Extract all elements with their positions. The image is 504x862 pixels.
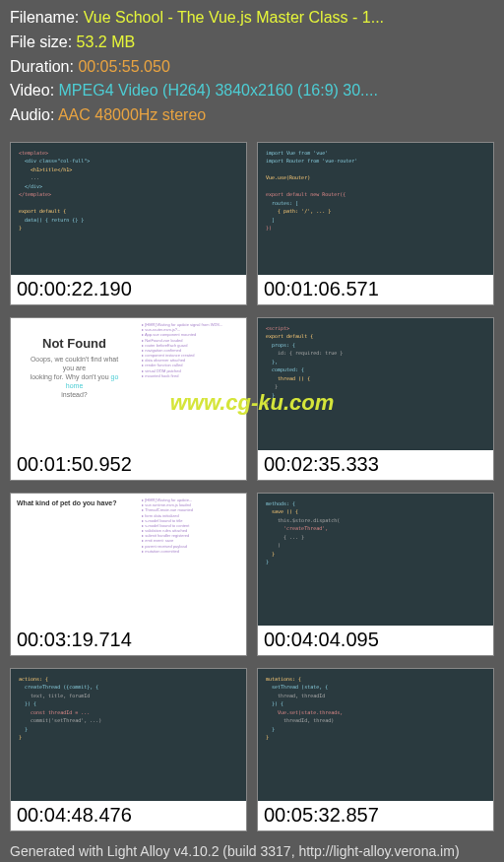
filename-label: Filename: bbox=[10, 9, 84, 26]
notfound-panel: Not Found Ooops, we couldn't find what y… bbox=[17, 324, 132, 411]
code-preview: methods: { save () { this.$store.dispatc… bbox=[258, 494, 493, 626]
thumbnail-image: What kind of pet do you have? ▸ [HMR] Wa… bbox=[11, 494, 246, 626]
thumbnail[interactable]: mutations: { setThread (state, { thread,… bbox=[257, 668, 494, 831]
thumbnail-image: <template> <div class="col-full"> <h1>ti… bbox=[11, 143, 246, 275]
video-value: MPEG4 Video (H264) 3840x2160 (16:9) 30..… bbox=[59, 82, 378, 99]
thumbnail-image: methods: { save () { this.$store.dispatc… bbox=[258, 494, 493, 626]
thumbnail[interactable]: What kind of pet do you have? ▸ [HMR] Wa… bbox=[10, 493, 247, 656]
audio-label: Audio: bbox=[10, 106, 58, 123]
thumbnail-timestamp: 00:01:06.571 bbox=[258, 275, 493, 304]
thumbnail-image: <script> export default { props: { id: {… bbox=[258, 318, 493, 450]
thumbnail-image: mutations: { setThread (state, { thread,… bbox=[258, 669, 493, 801]
notfound-text: Ooops, we couldn't find what you are bbox=[31, 356, 118, 371]
footer-text: Generated with Light Alloy v4.10.2 (buil… bbox=[0, 837, 504, 862]
devtools-panel: ▸ [HMR] Waiting for update signal from W… bbox=[138, 318, 246, 450]
thumbnail-timestamp: 00:00:22.190 bbox=[11, 275, 246, 304]
thumbnail[interactable]: <template> <div class="col-full"> <h1>ti… bbox=[10, 142, 247, 305]
thumbnail-grid-wrap: <template> <div class="col-full"> <h1>ti… bbox=[0, 138, 504, 837]
code-preview: import Vue from 'vue' import Router from… bbox=[258, 143, 493, 275]
thumbnail-timestamp: 00:04:04.095 bbox=[258, 626, 493, 655]
notfound-title: Not Found bbox=[25, 336, 124, 351]
filesize-value: 53.2 MB bbox=[77, 33, 136, 50]
thumbnail-image: Not Found Ooops, we couldn't find what y… bbox=[11, 318, 246, 450]
thumbnail[interactable]: import Vue from 'vue' import Router from… bbox=[257, 142, 494, 305]
thumbnail-timestamp: 00:01:50.952 bbox=[11, 450, 246, 480]
filename-value: Vue School - The Vue.js Master Class - 1… bbox=[84, 9, 384, 26]
thumbnail-image: import Vue from 'vue' import Router from… bbox=[258, 143, 493, 275]
thumbnail-timestamp: 00:05:32.857 bbox=[258, 801, 493, 830]
filesize-label: File size: bbox=[10, 33, 77, 50]
code-preview: actions: { createThread ({commit}, { tex… bbox=[11, 669, 246, 801]
thumbnail-image: actions: { createThread ({commit}, { tex… bbox=[11, 669, 246, 801]
thumbnail-timestamp: 00:02:35.333 bbox=[258, 450, 493, 480]
notfound-text: looking for. Why don't you bbox=[31, 373, 111, 380]
thumbnail[interactable]: actions: { createThread ({commit}, { tex… bbox=[10, 668, 247, 831]
video-label: Video: bbox=[10, 82, 59, 99]
video-row: Video: MPEG4 Video (H264) 3840x2160 (16:… bbox=[10, 79, 494, 103]
filename-row: Filename: Vue School - The Vue.js Master… bbox=[10, 6, 494, 31]
devtools-panel: ▸ [HMR] Waiting for update...▸ vue.runti… bbox=[138, 494, 246, 626]
thumbnail[interactable]: Not Found Ooops, we couldn't find what y… bbox=[10, 317, 247, 481]
info-header: Filename: Vue School - The Vue.js Master… bbox=[0, 0, 504, 138]
duration-label: Duration: bbox=[10, 58, 78, 75]
thumbnail-grid: <template> <div class="col-full"> <h1>ti… bbox=[0, 138, 504, 837]
filesize-row: File size: 53.2 MB bbox=[10, 31, 494, 55]
duration-value: 00:05:55.050 bbox=[78, 58, 169, 75]
duration-row: Duration: 00:05:55.050 bbox=[10, 55, 494, 80]
thumbnail[interactable]: <script> export default { props: { id: {… bbox=[257, 317, 494, 481]
thumbnail-timestamp: 00:04:48.476 bbox=[11, 801, 246, 830]
code-preview: <template> <div class="col-full"> <h1>ti… bbox=[11, 143, 246, 275]
audio-value: AAC 48000Hz stereo bbox=[58, 106, 206, 123]
audio-row: Audio: AAC 48000Hz stereo bbox=[10, 103, 494, 128]
thumbnail[interactable]: methods: { save () { this.$store.dispatc… bbox=[257, 493, 494, 656]
code-preview: mutations: { setThread (state, { thread,… bbox=[258, 669, 493, 801]
pet-question: What kind of pet do you have? bbox=[17, 499, 132, 506]
thumbnail-timestamp: 00:03:19.714 bbox=[11, 626, 246, 655]
notfound-text: instead? bbox=[61, 391, 87, 398]
code-preview: <script> export default { props: { id: {… bbox=[258, 318, 493, 450]
